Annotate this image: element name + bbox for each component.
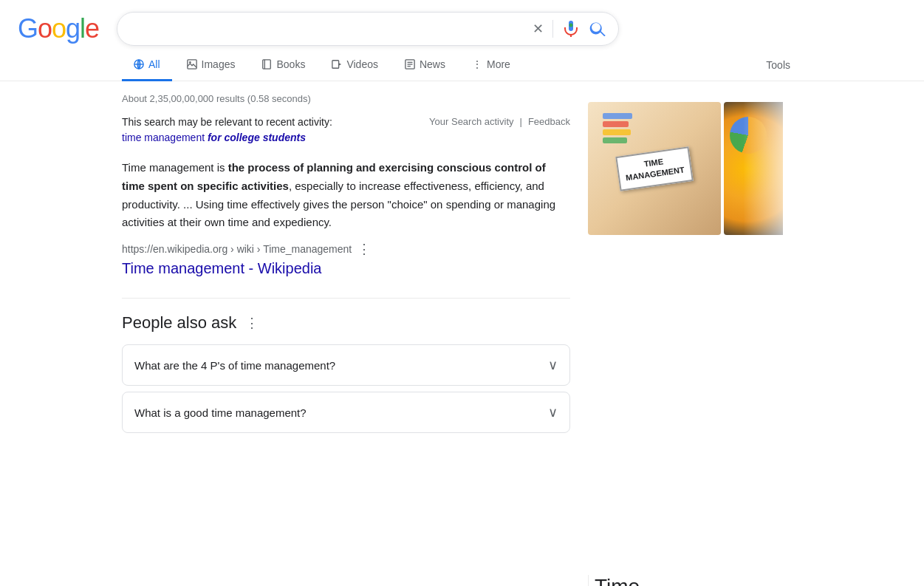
- logo-letter-l: l: [80, 13, 85, 44]
- paa-question-2-text: What is a good time management?: [134, 406, 307, 419]
- google-logo[interactable]: Google: [18, 13, 99, 44]
- tab-videos[interactable]: Videos: [320, 50, 390, 81]
- relevant-search-block: This search may be relevant to recent ac…: [122, 116, 332, 144]
- videos-icon: [332, 59, 342, 69]
- tab-books-label: Books: [276, 58, 305, 70]
- news-icon: [405, 59, 415, 69]
- tab-more[interactable]: ⋮ More: [460, 50, 522, 81]
- tab-more-label: More: [487, 58, 510, 70]
- clear-icon[interactable]: ✕: [533, 21, 544, 37]
- svg-point-0: [569, 24, 573, 27]
- header: Google time management ✕: [0, 0, 924, 46]
- definition-box: Time management is the process of planni…: [122, 159, 570, 283]
- chevron-down-icon-2: ∨: [548, 404, 558, 420]
- feedback-link[interactable]: Feedback: [528, 116, 570, 127]
- all-icon: [134, 59, 144, 69]
- svg-rect-8: [332, 61, 339, 69]
- logo-letter-g: G: [18, 13, 38, 44]
- tab-books[interactable]: Books: [250, 50, 317, 81]
- main-content: About 2,35,00,00,000 results (0.58 secon…: [0, 81, 924, 586]
- right-cut-off-overlay: [743, 87, 802, 586]
- tab-news-label: News: [420, 58, 445, 70]
- relevant-search-text: This search may be relevant to recent ac…: [122, 116, 332, 128]
- finger-labels: [603, 113, 632, 143]
- tab-all[interactable]: All: [122, 50, 172, 81]
- relevant-link-plain: time management: [122, 132, 208, 143]
- source-url-row: https://en.wikipedia.org › wiki › Time_m…: [122, 241, 570, 257]
- definition-text: Time management is the process of planni…: [122, 159, 570, 232]
- relevant-link-bold: for college students: [208, 132, 306, 143]
- relevant-search-row: This search may be relevant to recent ac…: [122, 116, 570, 144]
- results-column: About 2,35,00,00,000 results (0.58 secon…: [122, 87, 570, 586]
- definition-intro: Time management is: [122, 161, 228, 174]
- paa-header: People also ask ⋮: [122, 313, 570, 333]
- right-column: TIMEMANAGEMENT Time Time mana.: [588, 87, 802, 586]
- your-search-activity-link[interactable]: Your Search activity: [429, 116, 513, 127]
- tab-images-label: Images: [202, 58, 236, 70]
- logo-letter-o2: o: [52, 13, 66, 44]
- search-input[interactable]: time management: [129, 22, 533, 35]
- source-url-text: https://en.wikipedia.org › wiki › Time_m…: [122, 243, 352, 255]
- svg-rect-6: [263, 60, 271, 69]
- hand-sign: TIMEMANAGEMENT: [615, 146, 694, 191]
- images-icon: [187, 59, 197, 69]
- tools-label: Tools: [766, 59, 790, 71]
- paa-question-2[interactable]: What is a good time management? ∨: [122, 392, 570, 433]
- logo-letter-e: e: [85, 13, 99, 44]
- search-icons: ✕: [533, 20, 606, 38]
- search-activity-links: Your Search activity | Feedback: [429, 116, 570, 127]
- pipe-separator: |: [520, 116, 522, 127]
- nav-tabs: All Images Books Videos: [0, 49, 924, 81]
- mic-icon[interactable]: [562, 20, 580, 38]
- logo-letter-g2: g: [66, 13, 80, 44]
- tab-all-label: All: [148, 58, 160, 70]
- search-submit-icon[interactable]: [589, 20, 606, 38]
- books-icon: [261, 59, 272, 69]
- people-also-ask-section: People also ask ⋮ What are the 4 P's of …: [122, 313, 570, 433]
- more-options-icon[interactable]: ⋮: [357, 241, 372, 257]
- result-separator: [122, 298, 570, 299]
- paa-title: People also ask: [122, 313, 236, 333]
- results-count: About 2,35,00,00,000 results (0.58 secon…: [122, 87, 570, 116]
- tab-news[interactable]: News: [393, 50, 457, 81]
- relevant-search-link[interactable]: time management for college students: [122, 132, 306, 143]
- paa-menu-icon[interactable]: ⋮: [245, 315, 259, 331]
- tools-tab[interactable]: Tools: [754, 50, 802, 80]
- chevron-down-icon-1: ∨: [548, 357, 558, 373]
- paa-question-1[interactable]: What are the 4 P's of time management? ∨: [122, 344, 570, 386]
- tab-videos-label: Videos: [346, 58, 378, 70]
- svg-marker-9: [339, 63, 342, 66]
- paa-question-1-text: What are the 4 P's of time management?: [134, 359, 335, 372]
- more-icon: ⋮: [472, 58, 482, 70]
- search-bar: time management ✕: [117, 12, 619, 46]
- logo-letter-o1: o: [38, 13, 52, 44]
- tab-images[interactable]: Images: [175, 50, 247, 81]
- search-divider: [552, 20, 553, 38]
- image-thumb-1: TIMEMANAGEMENT: [588, 102, 721, 235]
- result-title-link[interactable]: Time management - Wikipedia: [122, 260, 321, 277]
